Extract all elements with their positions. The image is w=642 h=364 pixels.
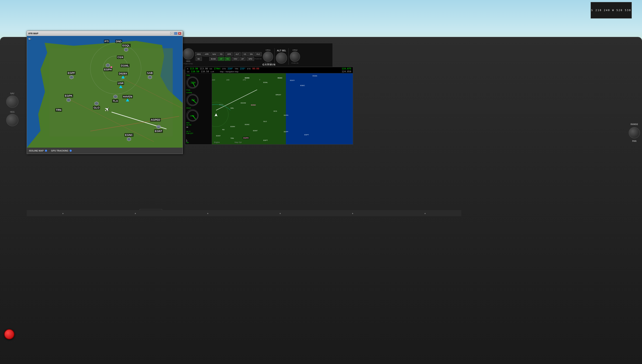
waypoint-USR[interactable]: USR	[117, 82, 124, 88]
fuel-qty-label: FUEL QTY	[186, 132, 193, 134]
arrow-btn-3[interactable]: ▲	[207, 212, 209, 214]
vor-triangle-USR	[119, 85, 122, 88]
hex-icon-EGPF	[69, 75, 74, 80]
waypoint-EGNC[interactable]: EGNC	[125, 133, 134, 142]
hdg-ap-knob[interactable]	[183, 48, 194, 60]
waypoint-CI24[interactable]: CI24	[117, 56, 124, 59]
svg-text:270: 270	[243, 79, 246, 81]
nav-knob[interactable]	[6, 96, 19, 108]
alt-sel-knob[interactable]	[276, 52, 287, 64]
red-emergency-button[interactable]	[4, 329, 14, 339]
gps-dot	[70, 150, 72, 152]
svg-text:210: 210	[212, 79, 215, 81]
ftlb-label: FT/LB	[186, 89, 190, 91]
hdg-section: HDG	[6, 111, 19, 126]
freq-row1: N 113.90 113.90 GS 174kt DTK 210° TRK 23…	[187, 67, 259, 70]
arrow-btn-6[interactable]: ▲	[424, 212, 426, 214]
waypoint-D104L[interactable]: D104L	[120, 64, 130, 67]
trk-value: 233°	[240, 67, 246, 70]
freq-o2-label: O2	[187, 70, 189, 73]
alt-btn[interactable]: ALT	[234, 52, 241, 56]
nav-label: NAV	[10, 92, 14, 95]
arrow-btn-1[interactable]: ▲	[62, 212, 64, 214]
maximize-button[interactable]: □	[174, 32, 177, 35]
crs2-knob[interactable]	[290, 52, 300, 62]
close-button[interactable]: ✕	[178, 32, 181, 35]
waypoint-EGPF[interactable]: EGPF	[67, 71, 76, 80]
g-EGPK-g: EGPK	[284, 114, 288, 116]
svg-line-15	[216, 90, 257, 110]
vnv-btn[interactable]: VNV	[232, 57, 239, 61]
map-nav-label: Map – Navigation Map	[220, 70, 238, 73]
alt-sel-label: ALT SEL	[277, 49, 286, 52]
dn-btn[interactable]: DN	[248, 52, 254, 56]
waypoint-SAB[interactable]: SAB	[146, 71, 153, 80]
waypoint-D028X[interactable]: D028X	[118, 72, 128, 78]
waypoint-TRN[interactable]: TRN	[55, 108, 62, 112]
waypoint-AGPED[interactable]: AGPED	[150, 118, 161, 122]
arrow-btn-5[interactable]: ▲	[352, 212, 354, 214]
g-EGPH-g: EGPH	[243, 137, 249, 139]
waypoint-EGNT[interactable]: EGNT	[154, 124, 163, 133]
bottom-button-row: ▲ ▲ ▲ ▲ ▲ ▲	[27, 210, 461, 216]
svg-marker-10	[67, 98, 71, 102]
ap-top-buttons: HDG APR NAV FD XFR ALT VS DN FLC	[195, 52, 262, 56]
g-EGAC: EGAC	[278, 77, 282, 79]
g-GLO-g: GLO	[263, 120, 267, 122]
waypoint-EGQL[interactable]: EGQL	[122, 44, 131, 52]
hdg-btn[interactable]: HDG	[195, 52, 203, 56]
g-EGNS: EGNS	[245, 77, 250, 79]
prop-label: PROP	[186, 107, 191, 109]
svg-marker-14	[127, 137, 131, 141]
g-EGPT: EGPT	[304, 134, 309, 136]
minimize-button[interactable]: ─	[170, 32, 174, 35]
svg-marker-6	[124, 48, 128, 52]
waypoint-GLO[interactable]: GLO	[93, 101, 100, 110]
fd-btn[interactable]: FD	[218, 52, 224, 56]
ap-engage-btn[interactable]: AP	[218, 57, 224, 61]
hdg-knob[interactable]	[6, 114, 19, 126]
vs-btn[interactable]: VS	[242, 52, 248, 56]
apr-btn[interactable]: APR	[203, 52, 210, 56]
fuel-lbs: 353	[186, 142, 189, 143]
rpm-gauge-svg: 753	[187, 94, 198, 106]
waypoint-PTI[interactable]: PTI	[104, 40, 109, 43]
bc-btn[interactable]: BC	[196, 57, 202, 61]
waypoint-DND[interactable]: DND	[115, 40, 122, 43]
nav2-standby: 110.50	[201, 70, 209, 73]
oil-indicator: 98	[186, 126, 188, 128]
arrow-btn-2[interactable]: ▲	[134, 212, 136, 214]
rpm-gauge: 753	[186, 94, 199, 106]
engine-label-bottom: Engine	[214, 141, 220, 143]
up-btn[interactable]: UP	[240, 57, 246, 61]
main-sep	[274, 48, 275, 65]
range-knob[interactable]	[629, 127, 640, 138]
g-EGPT2: EGPT	[263, 140, 268, 141]
push-dir-crs2-label: PUSH Dir	[291, 62, 299, 64]
g-EGNV: EGNV	[230, 126, 235, 128]
bank-btn[interactable]: BANK	[209, 57, 218, 61]
spd-btn[interactable]: SPD	[247, 57, 254, 61]
nav1-standby: 113.90	[200, 67, 208, 70]
vfr-map-titlebar: VFR MAP ─ □ ✕	[27, 31, 183, 36]
g-EGNT-g: EGNT	[253, 130, 258, 132]
map-opt-label-bottom: Map Opt	[235, 141, 242, 143]
hdg-ap-label: HDG	[186, 60, 190, 62]
terrain-overlay	[50, 48, 173, 136]
arrow-btn-4[interactable]: ▲	[279, 212, 281, 214]
crs1-knob[interactable]	[263, 52, 273, 62]
waypoint-TLA[interactable]: TLA	[112, 94, 119, 103]
xfr-btn[interactable]: XFR	[226, 52, 233, 56]
svg-marker-8	[114, 95, 117, 98]
dtk-value: 210°	[228, 67, 233, 70]
waypoint-HAVEN[interactable]: HAVEN	[122, 95, 133, 102]
nav2-active: 110.50	[191, 70, 199, 73]
hex-icon-EGPK	[66, 98, 71, 102]
g-DCS: DCS	[274, 110, 277, 112]
waypoint-EGPK[interactable]: EGPK	[64, 94, 73, 102]
flc-btn[interactable]: FLC	[255, 52, 262, 56]
yd-btn[interactable]: YD	[225, 57, 231, 61]
hex-icon-EGNC	[127, 137, 131, 142]
nav-ap-btn[interactable]: NAV	[211, 52, 218, 56]
vfr-map-window-controls: ─ □ ✕	[170, 32, 181, 35]
